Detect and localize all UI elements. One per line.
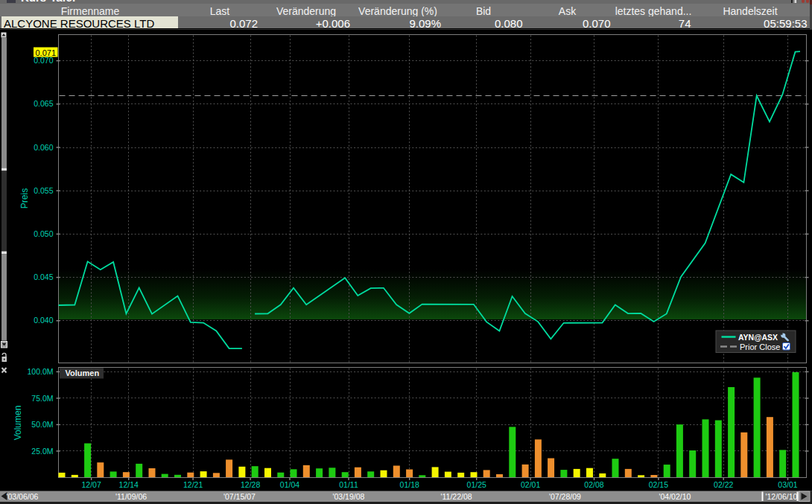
svg-text:02/22: 02/22 [714, 480, 733, 489]
svg-text:'07/15/07: '07/15/07 [223, 492, 256, 501]
svg-text:Volumen: Volumen [13, 406, 23, 441]
svg-text:01/18: 01/18 [400, 480, 419, 489]
svg-text:'03/19/08: '03/19/08 [333, 492, 365, 501]
svg-text:25.0M: 25.0M [31, 447, 53, 456]
svg-text:75.0M: 75.0M [31, 394, 53, 403]
svg-text:Prior Close: Prior Close [740, 342, 780, 351]
svg-text:12/14: 12/14 [119, 480, 139, 489]
svg-text:'12/06/10: '12/06/10 [766, 492, 798, 501]
svg-text:AYN@ASX: AYN@ASX [738, 333, 778, 342]
svg-text:0.055: 0.055 [34, 186, 53, 195]
svg-text:01/11: 01/11 [339, 480, 358, 489]
svg-text:12/28: 12/28 [241, 480, 260, 489]
svg-text:03/01: 03/01 [778, 480, 797, 489]
svg-text:12/21: 12/21 [183, 480, 203, 489]
svg-text:0.060: 0.060 [34, 143, 53, 152]
svg-text:02/08: 02/08 [584, 480, 603, 489]
svg-text:100.0M: 100.0M [27, 367, 53, 376]
svg-text:'03/06/06: '03/06/06 [7, 492, 39, 501]
svg-text:Preis: Preis [19, 188, 30, 208]
svg-text:01/25: 01/25 [467, 480, 486, 489]
svg-text:50.0M: 50.0M [31, 420, 53, 429]
svg-text:0.070: 0.070 [34, 56, 53, 65]
svg-text:02/15: 02/15 [649, 480, 668, 489]
svg-text:02/01: 02/01 [521, 480, 540, 489]
svg-text:12/07: 12/07 [81, 480, 101, 489]
svg-text:0.040: 0.040 [34, 316, 53, 325]
svg-text:'11/22/08: '11/22/08 [441, 492, 472, 501]
svg-text:Volumen: Volumen [66, 369, 100, 377]
svg-text:'07/28/09: '07/28/09 [549, 492, 581, 501]
svg-text:'04/02/10: '04/02/10 [659, 492, 691, 501]
svg-text:0.045: 0.045 [34, 272, 53, 281]
svg-text:'11/09/06: '11/09/06 [115, 492, 147, 501]
svg-text:0.065: 0.065 [34, 99, 53, 108]
svg-text:01/04: 01/04 [280, 480, 299, 489]
svg-text:0.050: 0.050 [34, 229, 53, 238]
